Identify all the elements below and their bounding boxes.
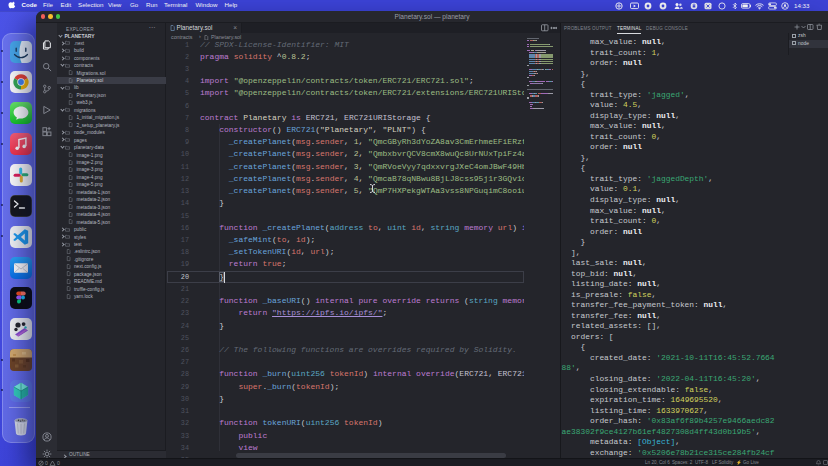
svg-text:0: 0 (57, 460, 60, 466)
svg-text:0: 0 (45, 460, 48, 466)
